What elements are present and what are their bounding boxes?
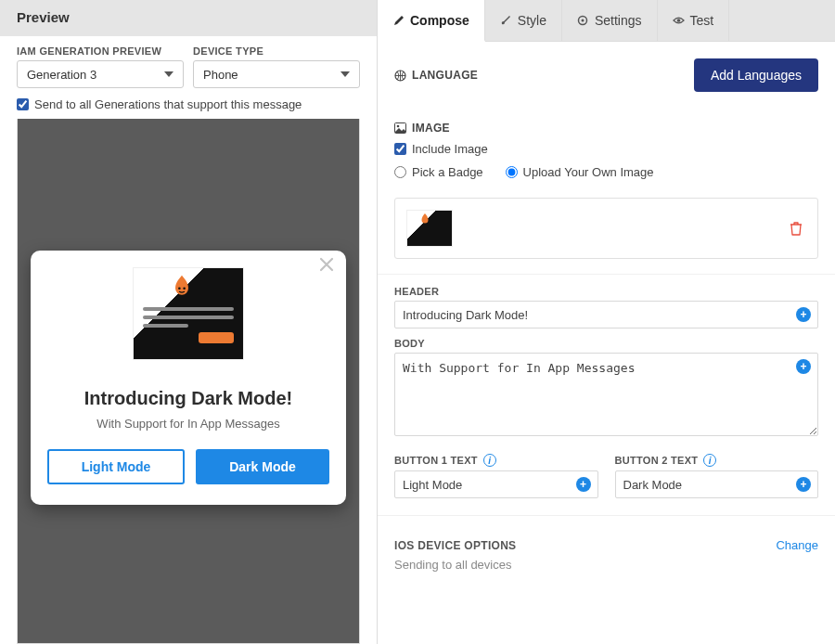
image-section-title: IMAGE <box>394 122 818 135</box>
brush-icon <box>500 15 512 27</box>
svg-point-7 <box>397 125 400 128</box>
card-dark-button[interactable]: Dark Mode <box>196 449 329 484</box>
device-label: DEVICE TYPE <box>193 45 360 57</box>
tab-test[interactable]: Test <box>658 0 730 41</box>
generation-value: Generation 3 <box>27 68 96 82</box>
card-title: Introducing Dark Mode! <box>47 388 329 409</box>
flame-icon <box>418 213 431 225</box>
ios-subtext: Sending to all devices <box>394 558 818 572</box>
button1-input[interactable] <box>394 470 598 498</box>
phone-preview-canvas: Introducing Dark Mode! With Support for … <box>17 119 360 644</box>
svg-point-3 <box>582 19 584 22</box>
svg-point-0 <box>178 287 181 290</box>
editor-panel: Compose Style Settings Test LANGUAGE <box>378 0 835 644</box>
tab-bar: Compose Style Settings Test <box>378 0 835 42</box>
svg-point-1 <box>183 287 186 290</box>
preview-panel: Preview IAM GENERATION PREVIEW Generatio… <box>0 0 378 644</box>
body-field-label: BODY <box>394 338 818 349</box>
header-input[interactable] <box>394 301 818 328</box>
device-value: Phone <box>203 68 238 82</box>
image-thumbnail[interactable] <box>406 210 453 247</box>
svg-point-4 <box>676 19 680 22</box>
picture-icon <box>394 122 406 134</box>
eye-icon <box>673 15 685 27</box>
generation-select[interactable]: Generation 3 <box>17 60 184 88</box>
image-preview-box <box>394 198 818 259</box>
pencil-icon <box>392 14 405 26</box>
button2-label: BUTTON 2 TEXT i <box>615 454 819 467</box>
button1-label: BUTTON 1 TEXT i <box>394 454 598 467</box>
info-icon[interactable]: i <box>483 454 496 467</box>
device-select[interactable]: Phone <box>193 60 360 88</box>
ios-title: IOS DEVICE OPTIONS <box>394 539 516 552</box>
button2-input[interactable] <box>615 470 819 498</box>
change-link[interactable]: Change <box>776 538 818 552</box>
card-subtitle: With Support for In App Messages <box>47 417 329 431</box>
tab-settings[interactable]: Settings <box>562 0 658 41</box>
preview-title: Preview <box>0 0 377 36</box>
tab-compose[interactable]: Compose <box>378 0 485 42</box>
language-section-title: LANGUAGE <box>394 69 478 82</box>
flame-icon <box>169 274 195 300</box>
gen-label: IAM GENERATION PREVIEW <box>17 45 184 57</box>
send-all-label: Send to all Generations that support thi… <box>34 97 302 111</box>
include-image-checkbox[interactable]: Include Image <box>394 142 818 156</box>
globe-icon <box>394 70 406 82</box>
tab-style[interactable]: Style <box>485 0 562 41</box>
plus-icon[interactable]: + <box>796 359 811 374</box>
pick-badge-radio[interactable]: Pick a Badge <box>394 165 483 179</box>
hero-image <box>133 267 244 360</box>
plus-icon[interactable]: + <box>796 307 811 322</box>
add-languages-button[interactable]: Add Languages <box>694 58 818 92</box>
card-light-button[interactable]: Light Mode <box>47 449 185 484</box>
upload-image-radio[interactable]: Upload Your Own Image <box>506 165 654 179</box>
info-icon[interactable]: i <box>703 454 716 467</box>
message-card: Introducing Dark Mode! With Support for … <box>31 251 346 505</box>
plus-icon[interactable]: + <box>796 477 811 492</box>
body-textarea[interactable] <box>394 353 818 436</box>
send-all-input[interactable] <box>17 98 29 110</box>
header-field-label: HEADER <box>394 286 818 297</box>
plus-icon[interactable]: + <box>576 477 591 492</box>
send-all-checkbox[interactable]: Send to all Generations that support thi… <box>17 97 360 111</box>
close-icon[interactable] <box>318 256 335 273</box>
gear-icon <box>577 15 589 27</box>
trash-icon[interactable] <box>790 221 806 236</box>
